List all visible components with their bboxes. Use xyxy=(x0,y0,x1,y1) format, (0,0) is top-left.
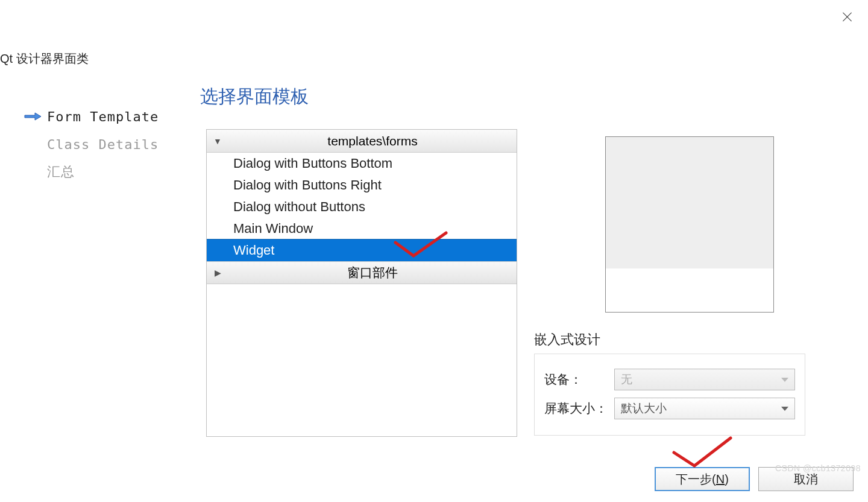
device-label: 设备： xyxy=(544,371,614,388)
screen-size-select[interactable]: 默认大小 xyxy=(614,398,795,419)
expand-icon: ▶ xyxy=(207,268,228,278)
tree-item-widget[interactable]: Widget xyxy=(207,240,517,261)
tree-group-label: templates\forms xyxy=(228,134,517,148)
wizard-sidebar: Form Template Class Details 汇总 xyxy=(24,103,181,186)
sidebar-item-label: Form Template xyxy=(47,109,159,124)
preview-panel xyxy=(605,136,774,313)
tree-group-widgets[interactable]: ▶ 窗口部件 xyxy=(207,261,517,284)
tree-item-dialog-buttons-bottom[interactable]: Dialog with Buttons Bottom xyxy=(207,153,517,174)
screen-value: 默认大小 xyxy=(621,401,667,416)
tree-item-main-window[interactable]: Main Window xyxy=(207,218,517,240)
tree-item-dialog-buttons-right[interactable]: Dialog with Buttons Right xyxy=(207,174,517,196)
page-title: Qt 设计器界面类 xyxy=(0,51,89,67)
sidebar-item-form-template[interactable]: Form Template xyxy=(24,103,181,130)
device-value: 无 xyxy=(621,372,632,387)
embedded-group: 设备： 无 屏幕大小： 默认大小 xyxy=(534,354,805,436)
chevron-down-icon xyxy=(781,378,788,382)
sidebar-item-label: 汇总 xyxy=(47,163,75,181)
next-label-suffix: ) xyxy=(725,472,729,486)
screen-label: 屏幕大小： xyxy=(544,400,614,417)
tree-group-forms[interactable]: ▼ templates\forms xyxy=(207,130,517,153)
collapse-icon: ▼ xyxy=(207,136,228,146)
arrow-right-icon xyxy=(24,110,42,122)
template-tree: ▼ templates\forms Dialog with Buttons Bo… xyxy=(206,129,517,437)
sidebar-item-class-details: Class Details xyxy=(24,130,181,158)
embedded-group-title: 嵌入式设计 xyxy=(534,331,600,349)
sidebar-item-label: Class Details xyxy=(47,137,159,152)
preview-canvas xyxy=(606,137,773,268)
annotation-check-icon xyxy=(669,434,735,471)
next-label-mnemonic: N xyxy=(716,472,725,486)
device-select[interactable]: 无 xyxy=(614,369,795,390)
chevron-down-icon xyxy=(781,407,788,411)
close-icon[interactable] xyxy=(841,11,854,23)
watermark: CSDN @ccb1372098 xyxy=(775,463,861,473)
next-label-prefix: 下一步( xyxy=(676,471,716,488)
tree-item-dialog-without-buttons[interactable]: Dialog without Buttons xyxy=(207,196,517,218)
sidebar-item-summary: 汇总 xyxy=(24,158,181,186)
tree-group-label: 窗口部件 xyxy=(228,264,517,281)
section-heading: 选择界面模板 xyxy=(200,84,309,109)
next-button[interactable]: 下一步(N) xyxy=(655,467,750,491)
